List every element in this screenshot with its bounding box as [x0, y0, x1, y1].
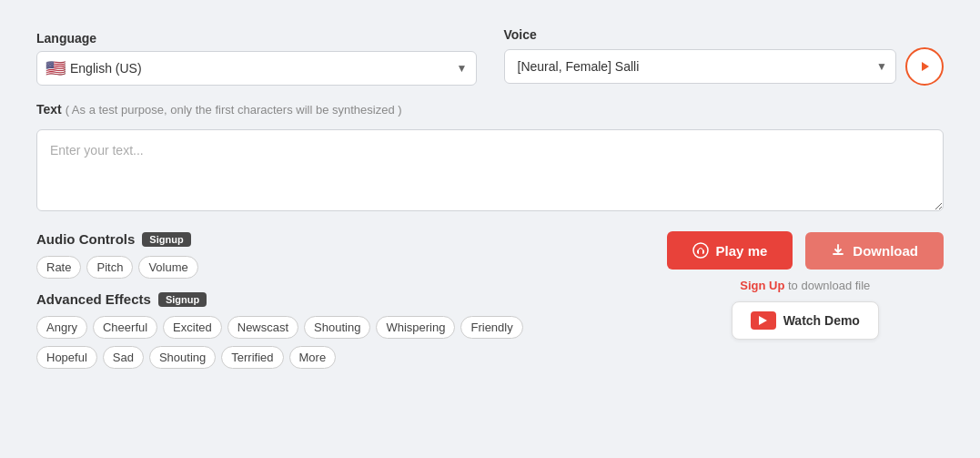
cheerful-tag[interactable]: Cheerful: [93, 316, 157, 339]
text-group: Text ( As a test purpose, only the first…: [36, 102, 944, 211]
whispering-tag[interactable]: Whispering: [376, 316, 455, 339]
text-note: ( As a test purpose, only the first char…: [66, 103, 402, 117]
language-group: Language 🇺🇸 English (US) Spanish French …: [36, 31, 477, 86]
advanced-effects-tags-row1: Angry Cheerful Excited Newscast Shouting…: [36, 316, 649, 339]
download-icon: [831, 243, 845, 258]
pitch-tag[interactable]: Pitch: [86, 256, 133, 279]
to-download-text: to download file: [788, 279, 870, 292]
signup-link[interactable]: Sign Up: [740, 279, 784, 292]
action-buttons: Play me Download: [667, 231, 944, 270]
controls-panel: Audio Controls Signup Rate Pitch Volume …: [36, 231, 649, 376]
sad-tag[interactable]: Sad: [103, 346, 144, 369]
more-tag[interactable]: More: [289, 346, 337, 369]
language-label: Language: [36, 31, 477, 46]
watch-demo-label: Watch Demo: [783, 313, 860, 328]
hopeful-tag[interactable]: Hopeful: [36, 346, 97, 369]
rate-tag[interactable]: Rate: [36, 256, 81, 279]
youtube-icon: [751, 311, 776, 330]
audio-controls-header: Audio Controls Signup: [36, 231, 649, 247]
shouting2-tag[interactable]: Shouting: [149, 346, 216, 369]
advanced-effects-title: Advanced Effects: [36, 291, 151, 307]
download-button[interactable]: Download: [805, 232, 944, 270]
play-me-button[interactable]: Play me: [667, 231, 793, 270]
newscast-tag[interactable]: Newscast: [227, 316, 298, 339]
audio-controls-badge: Signup: [142, 232, 190, 247]
signup-link-text: Sign Up to download file: [740, 279, 870, 292]
friendly-tag[interactable]: Friendly: [460, 316, 522, 339]
svg-point-1: [693, 243, 708, 258]
download-label: Download: [853, 243, 918, 259]
main-container: Language 🇺🇸 English (US) Spanish French …: [36, 27, 944, 376]
text-label: Text ( As a test purpose, only the first…: [36, 102, 944, 117]
watch-demo-button[interactable]: Watch Demo: [732, 301, 879, 340]
voice-group: Voice [Neural, Female] Salli [Neural, Ma…: [504, 27, 945, 86]
voice-label: Voice: [504, 27, 945, 42]
terrified-tag[interactable]: Terrified: [221, 346, 283, 369]
top-row: Language 🇺🇸 English (US) Spanish French …: [36, 27, 944, 86]
shouting-tag[interactable]: Shouting: [304, 316, 370, 339]
language-select-wrapper: 🇺🇸 English (US) Spanish French ▼: [36, 51, 477, 86]
advanced-effects-header: Advanced Effects Signup: [36, 291, 649, 307]
voice-select[interactable]: [Neural, Female] Salli [Neural, Male] Ma…: [504, 49, 897, 84]
actions-panel: Play me Download Sign Up to download fil…: [667, 231, 944, 340]
audio-controls-tags: Rate Pitch Volume: [36, 256, 649, 279]
volume-tag[interactable]: Volume: [138, 256, 197, 279]
advanced-effects-tags-row2: Hopeful Sad Shouting Terrified More: [36, 346, 649, 369]
headphone-icon: [692, 242, 709, 259]
text-label-bold: Text: [36, 102, 62, 117]
svg-marker-0: [922, 62, 929, 71]
language-select[interactable]: English (US) Spanish French: [36, 51, 477, 86]
voice-select-wrapper: [Neural, Female] Salli [Neural, Male] Ma…: [504, 49, 897, 84]
voice-preview-button[interactable]: [905, 47, 944, 86]
play-me-label: Play me: [716, 243, 768, 259]
advanced-effects-badge: Signup: [158, 292, 207, 307]
voice-row: [Neural, Female] Salli [Neural, Male] Ma…: [504, 47, 945, 86]
excited-tag[interactable]: Excited: [163, 316, 222, 339]
bottom-section: Audio Controls Signup Rate Pitch Volume …: [36, 231, 944, 376]
audio-controls-title: Audio Controls: [36, 231, 135, 247]
angry-tag[interactable]: Angry: [36, 316, 87, 339]
text-input[interactable]: [36, 129, 944, 211]
